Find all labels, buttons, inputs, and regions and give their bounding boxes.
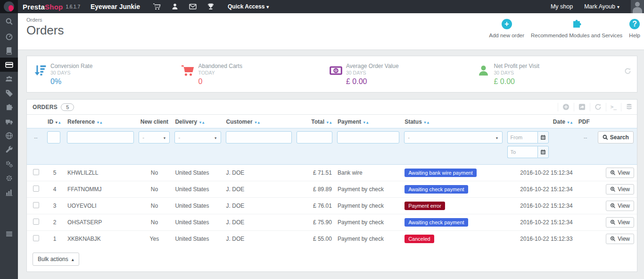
- bulk-actions-button[interactable]: Bulk actions: [33, 253, 79, 266]
- prestashop-admin-page: PrestaShop 1.6.1.7 Eyewear Junkie Quick …: [0, 0, 644, 279]
- filter-date-to-group: [507, 146, 549, 158]
- search-button[interactable]: Search: [598, 131, 634, 144]
- add-new-order-button[interactable]: + Add new order: [489, 19, 524, 38]
- sort-desc-icon[interactable]: [326, 118, 329, 125]
- sort-asc-icon[interactable]: [58, 118, 60, 125]
- orders-count-badge: 5: [61, 103, 74, 111]
- filter-reference-input[interactable]: [67, 131, 134, 144]
- column-header-payment[interactable]: Payment: [335, 115, 402, 128]
- view-button[interactable]: View: [606, 217, 634, 228]
- sidebar-item-shipping[interactable]: [0, 114, 18, 128]
- calendar-icon[interactable]: [537, 131, 549, 144]
- sort-asc-icon[interactable]: [570, 118, 572, 125]
- user-menu[interactable]: Mark Ayoub: [584, 3, 619, 10]
- filter-status-select[interactable]: -: [404, 131, 502, 144]
- view-button[interactable]: View: [606, 201, 634, 211]
- cell-reference: UOYEVOLI: [65, 198, 136, 214]
- book-icon: [5, 47, 13, 55]
- filter-total-input[interactable]: [297, 131, 332, 144]
- column-header-total[interactable]: Total: [294, 115, 335, 128]
- sidebar-menu-collapse[interactable]: [0, 227, 18, 241]
- my-shop-link[interactable]: My shop: [551, 3, 573, 10]
- sidebar-item-preferences[interactable]: [0, 143, 18, 157]
- cell-new-client: Yes: [136, 231, 172, 247]
- sort-asc-icon[interactable]: [329, 118, 332, 125]
- cell-new-client: No: [136, 198, 172, 214]
- sort-asc-icon[interactable]: [426, 118, 429, 125]
- filter-id-input[interactable]: [47, 131, 60, 144]
- status-badge: Awaiting check payment: [405, 185, 468, 194]
- cogs-icon: [5, 160, 13, 168]
- filter-row: -- - - -: [27, 128, 637, 165]
- sidebar-item-customers[interactable]: [0, 72, 18, 86]
- recommended-modules-button[interactable]: Recommended Modules and Services: [531, 19, 622, 38]
- filter-date-to-input[interactable]: [507, 146, 537, 158]
- sidebar-item-modules[interactable]: [0, 100, 18, 114]
- row-checkbox[interactable]: [33, 235, 39, 241]
- sidebar-item-search[interactable]: [0, 13, 18, 29]
- view-button[interactable]: View: [606, 184, 634, 194]
- column-header-date[interactable]: Date: [505, 115, 576, 128]
- sort-asc-icon[interactable]: [99, 118, 102, 125]
- filter-delivery-select[interactable]: -: [174, 131, 221, 144]
- help-button[interactable]: ? Help: [629, 19, 640, 38]
- filter-empty: --: [29, 135, 42, 140]
- filter-customer-input[interactable]: [226, 131, 292, 144]
- filter-date-from-input[interactable]: [507, 131, 537, 144]
- sort-desc-icon[interactable]: [198, 118, 201, 125]
- filter-payment-input[interactable]: [337, 131, 399, 144]
- sort-asc-icon[interactable]: [365, 118, 368, 125]
- view-button[interactable]: View: [606, 234, 634, 244]
- row-checkbox[interactable]: [33, 186, 39, 192]
- view-button[interactable]: View: [606, 168, 634, 178]
- user-avatar[interactable]: [631, 0, 644, 13]
- sidebar-item-orders[interactable]: [0, 58, 18, 72]
- database-icon[interactable]: [621, 103, 637, 111]
- mail-icon[interactable]: [189, 3, 197, 10]
- header-actions: + Add new order Recommended Modules and …: [489, 19, 640, 38]
- banknote-icon: [327, 64, 344, 77]
- add-icon[interactable]: [558, 103, 574, 111]
- export-icon[interactable]: [574, 103, 590, 111]
- menu-icon: [5, 230, 13, 238]
- row-checkbox[interactable]: [33, 169, 39, 175]
- gear-icon: [5, 174, 13, 182]
- topbar-right: My shop Mark Ayoub: [551, 0, 644, 13]
- column-header-delivery[interactable]: Delivery: [172, 115, 223, 128]
- sidebar-item-catalog[interactable]: [0, 43, 18, 58]
- quick-access-dropdown[interactable]: Quick Access: [228, 3, 269, 10]
- column-header-status[interactable]: Status: [402, 115, 504, 128]
- sidebar-item-localization[interactable]: [0, 128, 18, 143]
- prestashop-logo[interactable]: [0, 0, 18, 13]
- cell-total: £ 71.51: [294, 165, 335, 181]
- sort-desc-icon[interactable]: [96, 118, 99, 125]
- brand-name: PrestaShop: [23, 3, 63, 11]
- row-checkbox[interactable]: [33, 202, 39, 208]
- sort-asc-icon[interactable]: [202, 118, 205, 125]
- refresh-icon[interactable]: [624, 68, 631, 76]
- top-bar: PrestaShop 1.6.1.7 Eyewear Junkie Quick …: [0, 0, 644, 13]
- refresh-icon[interactable]: [590, 103, 606, 111]
- trophy-icon[interactable]: [207, 3, 215, 10]
- sort-asc-icon[interactable]: [257, 118, 260, 125]
- filter-new-client-select[interactable]: -: [139, 131, 170, 144]
- sidebar-item-advanced-parameters[interactable]: [0, 157, 18, 171]
- sidebar-item-stats[interactable]: [0, 185, 18, 199]
- cart-icon[interactable]: [153, 3, 161, 10]
- row-checkbox[interactable]: [33, 219, 39, 225]
- person-icon[interactable]: [171, 3, 179, 10]
- panel-toolbar: >_: [558, 100, 637, 114]
- sidebar-item-dashboard[interactable]: [0, 29, 18, 43]
- calendar-icon[interactable]: [537, 146, 549, 158]
- wrench-icon: [5, 146, 13, 154]
- kpi-value: 0: [198, 77, 242, 86]
- sidebar-nav: [0, 13, 18, 279]
- column-header-customer[interactable]: Customer: [223, 115, 294, 128]
- cell-reference: XKBKNABJK: [65, 231, 136, 247]
- sidebar-item-administration[interactable]: [0, 171, 18, 185]
- column-header-id[interactable]: ID: [45, 115, 65, 128]
- cell-delivery: United States: [172, 165, 223, 181]
- sidebar-item-price-rules[interactable]: [0, 86, 18, 100]
- terminal-icon[interactable]: >_: [606, 103, 621, 111]
- column-header-reference[interactable]: Reference: [65, 115, 136, 128]
